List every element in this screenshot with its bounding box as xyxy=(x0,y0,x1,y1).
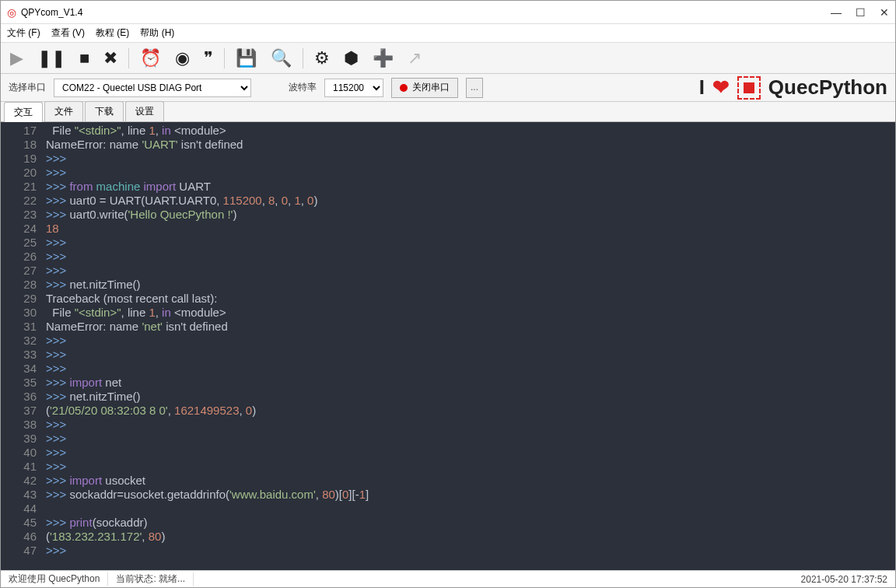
menu-view[interactable]: 查看 (V) xyxy=(51,26,85,40)
brand-name: QuecPython xyxy=(768,75,887,100)
search-icon[interactable]: 🔍 xyxy=(271,48,292,68)
close-port-button[interactable]: 关闭串口 xyxy=(391,78,458,98)
minimize-button[interactable]: ― xyxy=(831,6,842,19)
tabs: 交互 文件 下载 设置 xyxy=(1,102,895,122)
tab-settings[interactable]: 设置 xyxy=(125,101,164,121)
code-line: 41>>> xyxy=(1,460,895,474)
code-line: 25>>> xyxy=(1,236,895,250)
code-line: 46('183.232.231.172', 80) xyxy=(1,530,895,544)
code-line: 18NameError: name 'UART' isn't defined xyxy=(1,138,895,152)
code-line: 40>>> xyxy=(1,446,895,460)
code-editor[interactable]: 17 File "<stdin>", line 1, in <module>18… xyxy=(1,122,895,570)
code-line: 34>>> xyxy=(1,362,895,376)
app-icon: ◎ xyxy=(7,6,16,19)
code-line: 29Traceback (most recent call last): xyxy=(1,292,895,306)
clock-icon[interactable]: ⏰ xyxy=(140,48,161,68)
share-icon[interactable]: ↗ xyxy=(408,48,422,68)
code-line: 28>>> net.nitzTime() xyxy=(1,278,895,292)
close-button[interactable]: ✕ xyxy=(880,6,889,19)
add-icon[interactable]: ➕ xyxy=(373,48,394,68)
menu-file[interactable]: 文件 (F) xyxy=(7,26,40,40)
baud-label: 波特率 xyxy=(289,81,317,94)
code-line: 42>>> import usocket xyxy=(1,474,895,488)
tab-files[interactable]: 文件 xyxy=(44,101,83,121)
toolbar: ▶ ❚❚ ■ ✖ ⏰ ◉ ❞ 💾 🔍 ⚙ ⬢ ➕ ↗ xyxy=(1,43,895,74)
code-line: 47>>> xyxy=(1,544,895,558)
tab-interaction[interactable]: 交互 xyxy=(4,102,43,122)
code-line: 26>>> xyxy=(1,250,895,264)
code-line: 32>>> xyxy=(1,334,895,348)
cube-icon[interactable]: ⬢ xyxy=(344,48,359,68)
save-icon[interactable]: 💾 xyxy=(236,48,257,68)
code-line: 21>>> from machine import UART xyxy=(1,180,895,194)
heart-icon: ❤ xyxy=(712,75,730,100)
window-title: QPYcom_V1.4 xyxy=(21,7,831,18)
code-line: 23>>> uart0.write('Hello QuecPython !') xyxy=(1,208,895,222)
code-line: 20>>> xyxy=(1,166,895,180)
branding: I ❤ QuecPython xyxy=(699,75,887,100)
port-row: 选择串口 COM22 - Quectel USB DIAG Port 波特率 1… xyxy=(1,74,895,102)
status-welcome: 欢迎使用 QuecPython xyxy=(1,572,108,586)
code-line: 38>>> xyxy=(1,418,895,432)
code-line: 44 xyxy=(1,502,895,516)
code-line: 39>>> xyxy=(1,432,895,446)
code-line: 22>>> uart0 = UART(UART.UART0, 115200, 8… xyxy=(1,194,895,208)
cancel-icon[interactable]: ✖ xyxy=(103,48,117,68)
menu-help[interactable]: 帮助 (H) xyxy=(140,26,174,40)
code-line: 45>>> print(sockaddr) xyxy=(1,516,895,530)
quecpython-logo-icon xyxy=(737,76,761,100)
status-state: 当前状态: 就绪... xyxy=(108,572,194,586)
record-dot-icon xyxy=(400,84,408,92)
code-line: 43>>> sockaddr=usocket.getaddrinfo('www.… xyxy=(1,488,895,502)
brand-i: I xyxy=(699,75,705,100)
code-line: 27>>> xyxy=(1,264,895,278)
code-line: 31NameError: name 'net' isn't defined xyxy=(1,320,895,334)
close-port-label: 关闭串口 xyxy=(412,81,450,94)
play-icon[interactable]: ▶ xyxy=(10,48,23,68)
code-line: 17 File "<stdin>", line 1, in <module> xyxy=(1,124,895,138)
code-line: 30 File "<stdin>", line 1, in <module> xyxy=(1,306,895,320)
status-time: 2021-05-20 17:37:52 xyxy=(793,574,895,585)
baud-select[interactable]: 115200 xyxy=(324,79,383,97)
stop-icon[interactable]: ■ xyxy=(79,48,89,68)
code-line: 37('21/05/20 08:32:03 8 0', 1621499523, … xyxy=(1,404,895,418)
menu-tutorial[interactable]: 教程 (E) xyxy=(96,26,129,40)
menubar: 文件 (F) 查看 (V) 教程 (E) 帮助 (H) xyxy=(1,24,895,43)
more-button[interactable]: ... xyxy=(466,78,483,98)
titlebar: ◎ QPYcom_V1.4 ― ☐ ✕ xyxy=(1,1,895,24)
serial-port-label: 选择串口 xyxy=(9,81,46,94)
code-line: 36>>> net.nitzTime() xyxy=(1,390,895,404)
gear-icon[interactable]: ⚙ xyxy=(314,48,330,68)
code-line: 19>>> xyxy=(1,152,895,166)
code-line: 35>>> import net xyxy=(1,376,895,390)
serial-port-select[interactable]: COM22 - Quectel USB DIAG Port xyxy=(54,79,251,97)
maximize-button[interactable]: ☐ xyxy=(856,6,866,19)
pause-icon[interactable]: ❚❚ xyxy=(37,48,65,68)
tab-download[interactable]: 下载 xyxy=(85,101,124,121)
globe-icon[interactable]: ◉ xyxy=(175,48,190,68)
code-line: 2418 xyxy=(1,222,895,236)
statusbar: 欢迎使用 QuecPython 当前状态: 就绪... 2021-05-20 1… xyxy=(1,570,895,587)
code-line: 33>>> xyxy=(1,348,895,362)
step-icon[interactable]: ❞ xyxy=(204,48,213,68)
